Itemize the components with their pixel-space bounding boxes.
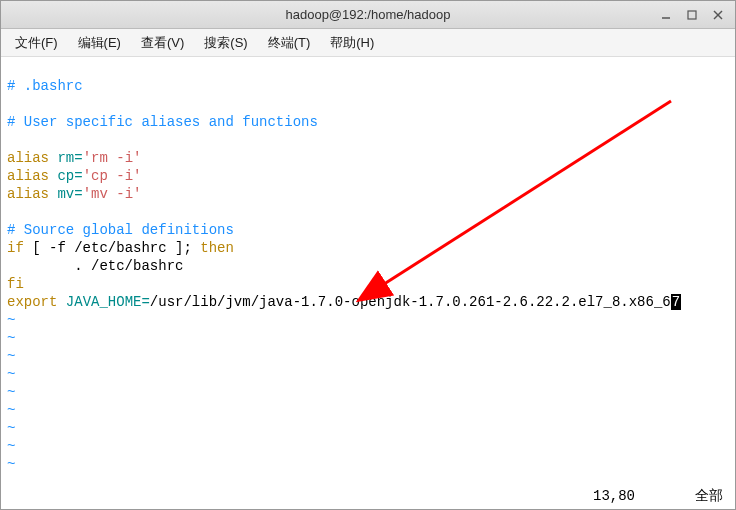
tilde-line: ~ bbox=[7, 438, 15, 454]
tilde-line: ~ bbox=[7, 456, 15, 472]
alias-keyword: alias bbox=[7, 186, 49, 202]
alias-keyword: alias bbox=[7, 150, 49, 166]
tilde-line: ~ bbox=[7, 312, 15, 328]
comment-line: # Source global definitions bbox=[7, 222, 234, 238]
menu-edit[interactable]: 编辑(E) bbox=[70, 30, 129, 56]
if-condition: [ -f /etc/bashrc ]; bbox=[24, 240, 200, 256]
tilde-line: ~ bbox=[7, 384, 15, 400]
source-line: . /etc/bashrc bbox=[7, 258, 183, 274]
alias-value: 'cp -i' bbox=[83, 168, 142, 184]
menu-search[interactable]: 搜索(S) bbox=[196, 30, 255, 56]
cursor-position: 13,80 bbox=[593, 487, 635, 505]
status-line: 13,80 全部 bbox=[593, 487, 723, 505]
window-controls bbox=[653, 1, 731, 29]
if-keyword: if bbox=[7, 240, 24, 256]
alias-name: cp= bbox=[49, 168, 83, 184]
alias-name: mv= bbox=[49, 186, 83, 202]
menu-terminal[interactable]: 终端(T) bbox=[260, 30, 319, 56]
view-mode: 全部 bbox=[695, 487, 723, 505]
fi-keyword: fi bbox=[7, 276, 24, 292]
window-titlebar: hadoop@192:/home/hadoop bbox=[1, 1, 735, 29]
alias-value: 'rm -i' bbox=[83, 150, 142, 166]
menu-view[interactable]: 查看(V) bbox=[133, 30, 192, 56]
java-home-path: /usr/lib/jvm/java-1.7.0-openjdk-1.7.0.26… bbox=[150, 294, 671, 310]
comment-line: # User specific aliases and functions bbox=[7, 114, 318, 130]
terminal-content[interactable]: # .bashrc # User specific aliases and fu… bbox=[1, 57, 735, 509]
tilde-line: ~ bbox=[7, 330, 15, 346]
then-keyword: then bbox=[200, 240, 234, 256]
alias-keyword: alias bbox=[7, 168, 49, 184]
menu-help[interactable]: 帮助(H) bbox=[322, 30, 382, 56]
cursor: 7 bbox=[671, 294, 681, 310]
svg-rect-1 bbox=[688, 11, 696, 19]
maximize-button[interactable] bbox=[679, 5, 705, 25]
tilde-line: ~ bbox=[7, 420, 15, 436]
close-button[interactable] bbox=[705, 5, 731, 25]
comment-line: # .bashrc bbox=[7, 78, 83, 94]
tilde-line: ~ bbox=[7, 348, 15, 364]
window-title: hadoop@192:/home/hadoop bbox=[285, 7, 450, 22]
tilde-line: ~ bbox=[7, 366, 15, 382]
minimize-button[interactable] bbox=[653, 5, 679, 25]
export-keyword: export bbox=[7, 294, 57, 310]
menubar: 文件(F) 编辑(E) 查看(V) 搜索(S) 终端(T) 帮助(H) bbox=[1, 29, 735, 57]
menu-file[interactable]: 文件(F) bbox=[7, 30, 66, 56]
alias-name: rm= bbox=[49, 150, 83, 166]
tilde-line: ~ bbox=[7, 402, 15, 418]
alias-value: 'mv -i' bbox=[83, 186, 142, 202]
java-home-var: JAVA_HOME= bbox=[57, 294, 149, 310]
